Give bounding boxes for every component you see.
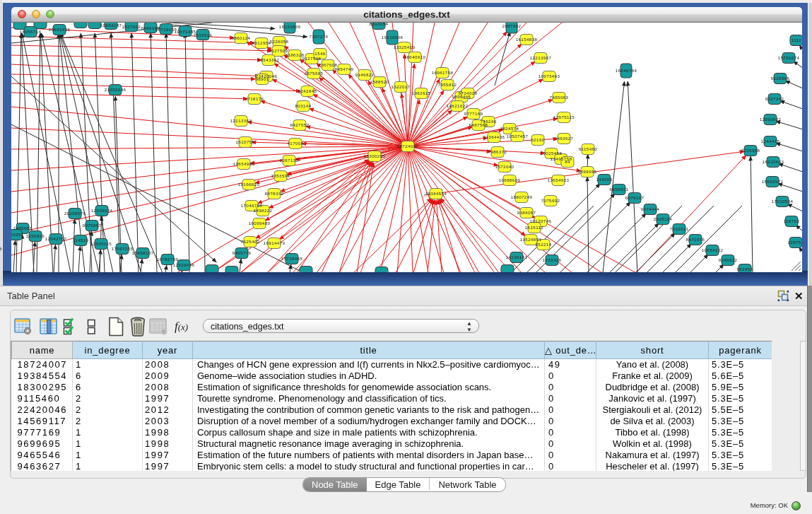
svg-text:144095: 144095 <box>596 177 612 182</box>
svg-text:12339924: 12339924 <box>91 208 113 213</box>
svg-text:5226058: 5226058 <box>270 39 289 44</box>
svg-text:9777169: 9777169 <box>464 111 483 116</box>
svg-text:3824574: 3824574 <box>500 126 519 131</box>
svg-text:1322017: 1322017 <box>392 84 411 89</box>
svg-text:9465779: 9465779 <box>233 250 252 255</box>
svg-text:18724007: 18724007 <box>397 144 419 148</box>
svg-text:1244415: 1244415 <box>761 139 780 144</box>
svg-text:20691406: 20691406 <box>49 27 71 32</box>
svg-text:7485063: 7485063 <box>550 95 569 100</box>
svg-text:16782759: 16782759 <box>157 257 179 262</box>
svg-text:8860124: 8860124 <box>232 35 251 40</box>
svg-text:19166825: 19166825 <box>238 182 260 187</box>
svg-text:6487568: 6487568 <box>469 122 488 127</box>
svg-text:7075692: 7075692 <box>541 198 560 203</box>
svg-text:9129966: 9129966 <box>771 76 790 81</box>
svg-text:1546: 1546 <box>314 51 326 56</box>
svg-text:8878332: 8878332 <box>265 191 284 196</box>
svg-text:8186328: 8186328 <box>286 52 305 57</box>
svg-text:9245612: 9245612 <box>719 257 738 262</box>
svg-text:7625402: 7625402 <box>241 239 260 244</box>
svg-text:15692971: 15692971 <box>762 179 784 184</box>
svg-text:12213363: 12213363 <box>230 118 252 123</box>
svg-text:8454749: 8454749 <box>335 66 354 71</box>
svg-text:19384554: 19384554 <box>425 191 447 196</box>
svg-text:12093822: 12093822 <box>760 117 782 122</box>
svg-text:12942757: 12942757 <box>45 236 67 241</box>
svg-text:16120746: 16120746 <box>530 218 552 223</box>
svg-text:10507457: 10507457 <box>507 134 529 139</box>
svg-text:18807249: 18807249 <box>511 194 533 199</box>
svg-text:9127508: 9127508 <box>302 56 322 61</box>
svg-text:12323446: 12323446 <box>173 262 195 267</box>
svg-text:16210643: 16210643 <box>763 159 784 164</box>
svg-text:21364436: 21364436 <box>483 134 505 139</box>
svg-text:84: 84 <box>565 159 570 164</box>
svg-text:15751074: 15751074 <box>778 55 800 60</box>
svg-text:14055714: 14055714 <box>20 29 42 34</box>
svg-text:1610755: 1610755 <box>236 139 255 144</box>
svg-text:17957255: 17957255 <box>112 246 134 251</box>
svg-text:12213967: 12213967 <box>530 55 552 60</box>
svg-text:252214: 252214 <box>535 242 551 247</box>
svg-text:17010504: 17010504 <box>772 199 794 204</box>
svg-text:98901: 98901 <box>255 76 269 81</box>
svg-text:10653287: 10653287 <box>100 23 122 28</box>
svg-text:1527602: 1527602 <box>122 24 141 29</box>
svg-text:9146821: 9146821 <box>355 72 375 77</box>
svg-text:2935114: 2935114 <box>654 216 673 221</box>
svg-text:13524851: 13524851 <box>520 237 542 242</box>
svg-text:12505115: 12505115 <box>90 241 112 246</box>
svg-text:1615112: 1615112 <box>525 225 544 230</box>
svg-text:9242845: 9242845 <box>298 88 317 93</box>
svg-text:1962615: 1962615 <box>412 90 431 95</box>
svg-text:12975115: 12975115 <box>553 115 575 119</box>
svg-text:15958107: 15958107 <box>132 250 154 255</box>
svg-text:13654923: 13654923 <box>548 177 570 182</box>
svg-text:14136141: 14136141 <box>506 255 528 259</box>
svg-text:9384067: 9384067 <box>517 210 536 215</box>
svg-text:20206576: 20206576 <box>64 211 86 216</box>
svg-text:8912954: 8912954 <box>252 40 271 45</box>
svg-text:16099489: 16099489 <box>249 221 271 226</box>
svg-text:14621022: 14621022 <box>447 103 469 108</box>
svg-text:9227342: 9227342 <box>765 96 784 101</box>
svg-text:18300295: 18300295 <box>364 153 386 158</box>
svg-text:19654985: 19654985 <box>233 161 255 166</box>
svg-text:7955812: 7955812 <box>438 82 457 87</box>
svg-text:21053346: 21053346 <box>105 87 126 92</box>
svg-text:1572040: 1572040 <box>495 164 514 169</box>
svg-text:9734028: 9734028 <box>459 90 478 95</box>
svg-text:9115460: 9115460 <box>579 146 598 151</box>
svg-text:8427552: 8427552 <box>290 122 310 127</box>
svg-text:114519: 114519 <box>73 238 89 243</box>
svg-text:7515526: 7515526 <box>194 33 213 37</box>
svg-text:417006: 417006 <box>287 141 303 146</box>
svg-text:16033809: 16033809 <box>279 24 301 29</box>
svg-text:9463627: 9463627 <box>555 136 574 141</box>
svg-text:8215958: 8215958 <box>741 148 760 153</box>
svg-text:10025458: 10025458 <box>541 151 563 156</box>
svg-text:13325419: 13325419 <box>394 45 416 49</box>
svg-text:8813054: 8813054 <box>370 23 389 26</box>
svg-text:19218506: 19218506 <box>382 35 404 40</box>
svg-text:1495001: 1495001 <box>13 226 33 230</box>
svg-text:1112: 1112 <box>792 37 802 42</box>
svg-text:16961758: 16961758 <box>432 70 454 75</box>
svg-text:62160: 62160 <box>531 137 544 142</box>
svg-text:17046798: 17046798 <box>241 203 263 208</box>
svg-text:9699695: 9699695 <box>578 169 597 174</box>
svg-text:9474444: 9474444 <box>641 206 660 211</box>
svg-text:116753: 116753 <box>784 218 800 223</box>
svg-text:2718176: 2718176 <box>245 96 264 101</box>
svg-text:8958921: 8958921 <box>610 187 629 192</box>
svg-text:15718485: 15718485 <box>281 256 303 261</box>
svg-text:10688609: 10688609 <box>499 177 521 182</box>
svg-text:1156829: 1156829 <box>26 233 45 238</box>
svg-text:6679197: 6679197 <box>625 195 645 200</box>
svg-text:3875685: 3875685 <box>305 71 324 76</box>
svg-text:16914479: 16914479 <box>264 240 286 245</box>
svg-text:803144: 803144 <box>295 103 311 108</box>
svg-text:16648784: 16648784 <box>616 68 637 73</box>
svg-text:10543362: 10543362 <box>258 57 280 62</box>
